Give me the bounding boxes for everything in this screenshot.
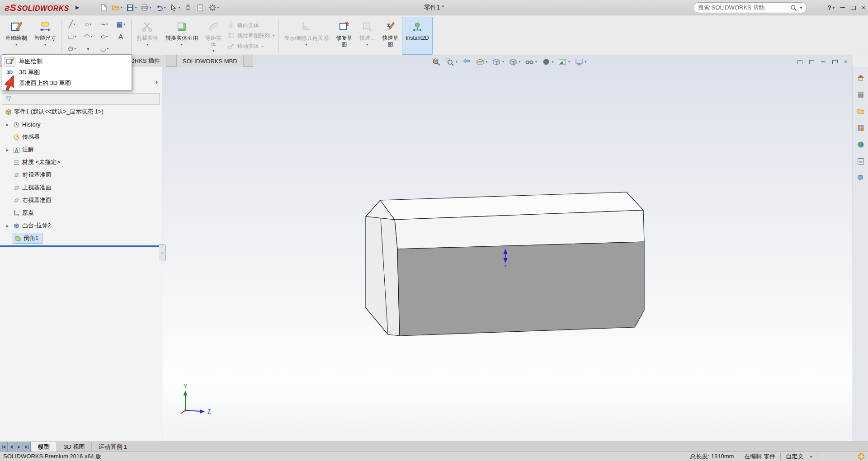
print-button[interactable]: ▾ — [139, 3, 152, 13]
tree-item-right-plane[interactable]: 右视基准面 — [0, 194, 162, 207]
quick-snaps-button[interactable]: 快速... ▾ — [356, 17, 378, 55]
linear-pattern-dropdown-caret[interactable]: ▾ — [273, 34, 274, 38]
quick-snaps-dropdown-caret[interactable]: ▾ — [366, 42, 368, 47]
zoom-dropdown-caret[interactable]: ▾ — [456, 60, 458, 64]
previous-view-button[interactable] — [462, 57, 472, 67]
forum-button[interactable] — [855, 173, 866, 183]
slot-tool-button[interactable]: ⊖▾ — [68, 45, 76, 52]
apply-scene-button[interactable]: ▾ — [557, 57, 571, 67]
tree-item-annotations[interactable]: ▸ A 注解 — [0, 143, 162, 156]
view-orientation-dropdown-caret[interactable]: ▾ — [502, 60, 504, 64]
view-orientation-button[interactable]: ▾ — [491, 57, 505, 67]
previous-tab-button[interactable] — [8, 442, 15, 452]
undo-button[interactable]: ▾ — [154, 3, 167, 13]
custom-dropdown-caret[interactable]: ▾ — [810, 455, 812, 459]
doc-window-icon[interactable] — [797, 60, 802, 64]
next-tab-button[interactable] — [15, 442, 23, 452]
custom-properties-button[interactable] — [855, 156, 866, 167]
edit-appearance-dropdown-caret[interactable]: ▾ — [552, 60, 554, 64]
circle-tool-button[interactable]: ○▾ — [85, 21, 92, 28]
save-dropdown-caret[interactable]: ▾ — [135, 5, 137, 9]
section-view-dropdown-caret[interactable]: ▾ — [486, 60, 488, 64]
zoom-area-button[interactable]: ▾ — [445, 57, 458, 67]
view-settings-button[interactable]: ▾ — [574, 57, 587, 67]
line-tool-button[interactable]: ╱▾ — [69, 21, 75, 28]
help-button[interactable]: ?▾ — [827, 4, 835, 11]
design-library-button[interactable] — [855, 89, 866, 100]
select-dropdown-caret[interactable]: ▾ — [178, 5, 180, 9]
offset-dropdown-caret[interactable]: ▾ — [212, 49, 214, 53]
first-tab-button[interactable] — [0, 442, 8, 452]
relations-dropdown-caret[interactable]: ▾ — [306, 42, 307, 47]
rapid-sketch-button[interactable]: 快速草 图 — [378, 17, 402, 55]
home-resources-button[interactable] — [855, 72, 866, 83]
move-dropdown-caret[interactable]: ▾ — [262, 44, 264, 48]
menu-flyout-arrow-icon[interactable]: ▶ — [75, 5, 79, 10]
repair-sketch-button[interactable]: 修复草 图 — [332, 17, 356, 55]
model-3d-scene[interactable]: * Y Z — [162, 55, 853, 442]
rollback-bar[interactable] — [0, 245, 162, 247]
tab-solidworks-mbd[interactable]: SOLIDWORKS MBD — [176, 55, 244, 67]
menu-item-3d-sketch[interactable]: 3D 3D 草图 — [2, 67, 132, 78]
ellipse-tool-button[interactable]: ○▾ — [101, 33, 108, 40]
apply-scene-dropdown-caret[interactable]: ▾ — [568, 60, 570, 64]
rebuild-button[interactable] — [183, 3, 193, 13]
undo-dropdown-caret[interactable]: ▾ — [164, 5, 165, 9]
menu-item-3d-sketch-on-plane[interactable]: 3D 基准面上的 3D 草图 — [2, 78, 132, 89]
trim-dropdown-caret[interactable]: ▾ — [146, 42, 148, 47]
custom-status-selector[interactable]: 自定义 ▾ — [786, 452, 812, 461]
tree-filter-bar[interactable] — [2, 93, 160, 105]
sketch-button[interactable]: 草图绘制 ▾ — [2, 17, 31, 55]
save-button[interactable]: ▾ — [125, 3, 138, 13]
panel-expand-chevron[interactable]: › — [156, 78, 158, 85]
display-delete-relations-button[interactable]: 显示/删除几何关系 ▾ — [280, 17, 332, 55]
smart-dimension-button[interactable]: 智能尺寸 ▾ — [31, 17, 60, 55]
edit-appearance-button[interactable]: ▾ — [541, 57, 554, 67]
sketch-dropdown-caret[interactable]: ▾ — [15, 42, 17, 47]
doc-window-icon-2[interactable] — [809, 60, 814, 64]
convert-dropdown-caret[interactable]: ▾ — [181, 42, 183, 47]
tree-item-boss-extrude2[interactable]: ▸ 凸台-拉伸2 — [0, 219, 162, 232]
search-dropdown-caret[interactable]: ▾ — [800, 6, 802, 10]
tab-model[interactable]: 模型 — [31, 442, 57, 452]
doc-restore-button[interactable] — [832, 60, 837, 64]
new-document-button[interactable] — [98, 3, 109, 13]
linear-sketch-pattern-button[interactable]: 线性草图阵列 ▾ — [228, 32, 274, 40]
text-tool-button[interactable]: A — [118, 33, 123, 40]
expand-arrow-icon[interactable]: ▸ — [5, 122, 10, 127]
fillet-tool-button[interactable]: ◡▾ — [100, 45, 109, 52]
open-dropdown-caret[interactable]: ▾ — [120, 5, 122, 9]
help-globe-icon[interactable] — [858, 453, 865, 460]
expand-arrow-icon[interactable]: ▸ — [5, 223, 10, 228]
smart-dimension-dropdown-caret[interactable]: ▾ — [44, 42, 46, 47]
restore-button[interactable] — [851, 6, 856, 10]
help-search-box[interactable]: 搜索 SOLIDWORKS 帮助 ▾ — [693, 2, 807, 13]
tab-motion-study-1[interactable]: 运动算例 1 — [92, 442, 134, 452]
search-icon[interactable] — [790, 5, 797, 11]
zoom-fit-button[interactable] — [431, 57, 441, 67]
last-tab-button[interactable] — [23, 442, 31, 452]
tree-item-chamfer1[interactable]: 倒角1 — [0, 232, 162, 245]
view-palette-button[interactable] — [855, 122, 866, 133]
print-dropdown-caret[interactable]: ▾ — [149, 5, 151, 9]
section-view-button[interactable]: ▾ — [475, 57, 488, 67]
arc-tool-button[interactable]: ◠▾ — [84, 33, 93, 40]
move-entities-button[interactable]: 移动实体 ▾ — [228, 42, 274, 50]
tree-item-origin[interactable]: 原点 — [0, 207, 162, 219]
hide-show-dropdown-caret[interactable]: ▾ — [535, 60, 537, 64]
doc-minimize-button[interactable] — [821, 61, 826, 62]
mirror-entities-button[interactable]: 镜向实体 — [228, 22, 274, 29]
minimize-button[interactable] — [840, 7, 845, 8]
convert-entities-button[interactable]: 转换实体引用 ▾ — [162, 17, 202, 55]
file-properties-button[interactable] — [195, 3, 206, 13]
spline-tool-button[interactable]: ~▾ — [101, 21, 108, 28]
file-explorer-button[interactable] — [855, 106, 866, 117]
options-dropdown-caret[interactable]: ▾ — [217, 5, 219, 9]
options-button[interactable]: ▾ — [207, 3, 220, 13]
menu-item-sketch[interactable]: 草图绘制 — [2, 56, 132, 67]
appearances-button[interactable] — [855, 139, 866, 150]
help-dropdown-caret[interactable]: ▾ — [833, 6, 835, 10]
tree-item-top-plane[interactable]: 上视基准面 — [0, 181, 162, 194]
polygon-tool-button[interactable]: ▦▾ — [116, 21, 125, 28]
display-style-button[interactable]: ▾ — [508, 57, 521, 67]
